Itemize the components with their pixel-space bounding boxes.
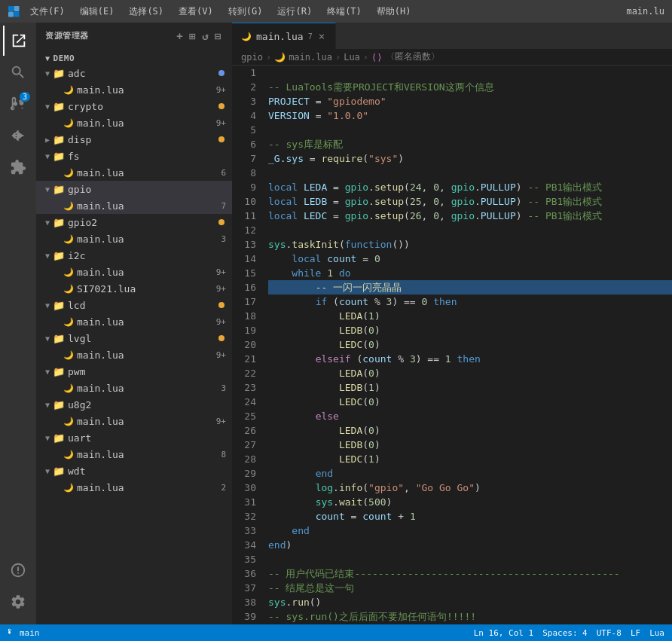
- file-wdt-main[interactable]: 🌙 main.lua 2: [36, 479, 232, 496]
- line-number: 11: [238, 209, 256, 223]
- code-line: VERSION = "1.0.0": [268, 108, 672, 123]
- file-uart-main[interactable]: 🌙 main.lua 8: [36, 446, 232, 462]
- svg-marker-4: [17, 131, 23, 141]
- breadcrumb-anon-func[interactable]: 〈匿名函数〉: [386, 50, 440, 63]
- code-line: else: [268, 409, 672, 423]
- line-number: 16: [238, 280, 256, 295]
- line-number: 26: [238, 423, 256, 438]
- line-number: 31: [238, 495, 256, 509]
- code-line: PROJECT = "gpiodemo": [268, 94, 672, 108]
- tab-close-button[interactable]: ×: [317, 29, 326, 43]
- folder-adc[interactable]: ▼ 📁 adc: [36, 65, 232, 81]
- folder-crypto-dot: [218, 103, 225, 109]
- root-folder-label[interactable]: ▼ DEMO: [36, 52, 232, 65]
- file-u8g2-main[interactable]: 🌙 main.lua 9+: [36, 413, 232, 429]
- explorer-icon[interactable]: [3, 26, 33, 56]
- folder-disp[interactable]: ▶ 📁 disp: [36, 131, 232, 148]
- code-line: -- sys.run()之后后面不要加任何语句!!!!!: [268, 609, 672, 624]
- folder-lvgl-label: lvgl: [68, 333, 91, 344]
- settings-activity-icon[interactable]: [3, 587, 33, 617]
- remote-activity-icon[interactable]: [3, 555, 33, 585]
- status-encoding[interactable]: UTF-8: [597, 628, 622, 638]
- breadcrumb-gpio[interactable]: gpio: [241, 52, 263, 63]
- menu-terminal[interactable]: 终端(T): [321, 4, 368, 20]
- new-file-icon[interactable]: +: [175, 29, 185, 44]
- status-eol[interactable]: LF: [631, 628, 640, 638]
- collapse-all-icon[interactable]: ⊟: [213, 29, 223, 44]
- file-gpio2-main-badge: 3: [221, 234, 226, 244]
- tab-main-lua[interactable]: 🌙 main.lua 7 ×: [232, 23, 336, 49]
- menu-select[interactable]: 选择(S): [123, 4, 170, 20]
- file-pwm-main-badge: 3: [221, 383, 226, 393]
- folder-adc-label: adc: [68, 68, 85, 79]
- status-right: Ln 16, Col 1 Spaces: 4 UTF-8 LF Lua: [474, 628, 664, 638]
- code-line: end: [268, 466, 672, 481]
- app-icon: [8, 5, 20, 17]
- status-position[interactable]: Ln 16, Col 1: [474, 628, 533, 638]
- folder-lcd-label: lcd: [68, 300, 85, 311]
- breadcrumb-file-icon: 🌙: [274, 52, 286, 63]
- folder-disp-dot: [218, 136, 225, 142]
- folder-gpio[interactable]: ▼ 📁 gpio: [36, 181, 232, 197]
- code-line: [268, 66, 672, 80]
- folder-lcd-dot: [218, 302, 225, 308]
- folder-lcd[interactable]: ▼ 📁 lcd: [36, 297, 232, 313]
- status-spaces[interactable]: Spaces: 4: [542, 628, 588, 638]
- status-language[interactable]: Lua: [649, 628, 664, 638]
- source-control-activity-icon[interactable]: 3: [3, 89, 33, 119]
- extensions-activity-icon[interactable]: [3, 152, 33, 182]
- folder-crypto[interactable]: ▼ 📁 crypto: [36, 98, 232, 114]
- file-adc-main[interactable]: 🌙 main.lua 9+: [36, 81, 232, 98]
- menu-view[interactable]: 查看(V): [173, 4, 219, 20]
- file-pwm-main-label: main.lua: [77, 383, 124, 394]
- breadcrumb-filename[interactable]: main.lua: [289, 52, 332, 63]
- folder-wdt[interactable]: ▼ 📁 wdt: [36, 462, 232, 479]
- code-editor[interactable]: 1234567891011121314151617181920212223242…: [232, 66, 672, 624]
- folder-gpio2[interactable]: ▼ 📁 gpio2: [36, 214, 232, 230]
- menu-file[interactable]: 文件(F): [24, 4, 71, 20]
- line-number: 14: [238, 252, 256, 266]
- file-lcd-main[interactable]: 🌙 main.lua 9+: [36, 313, 232, 330]
- line-number: 9: [238, 180, 256, 194]
- menu-run[interactable]: 运行(R): [271, 4, 318, 20]
- menu-edit[interactable]: 编辑(E): [74, 4, 121, 20]
- menu-goto[interactable]: 转到(G): [222, 4, 269, 20]
- folder-i2c[interactable]: ▼ 📁 i2c: [36, 247, 232, 264]
- folder-lvgl[interactable]: ▼ 📁 lvgl: [36, 330, 232, 346]
- refresh-icon[interactable]: ↺: [200, 29, 210, 44]
- menu-bar[interactable]: 文件(F) 编辑(E) 选择(S) 查看(V) 转到(G) 运行(R) 终端(T…: [24, 4, 417, 20]
- file-lcd-main-badge: 9+: [216, 317, 226, 327]
- debug-activity-icon[interactable]: [3, 121, 33, 151]
- line-number: 18: [238, 309, 256, 323]
- code-line: sys.taskInit(function()): [268, 237, 672, 252]
- sidebar-header-icons[interactable]: + ⊞ ↺ ⊟: [175, 29, 223, 44]
- search-activity-icon[interactable]: [3, 57, 33, 87]
- breadcrumb-sep1: ›: [266, 52, 271, 63]
- file-i2c-si7021[interactable]: 🌙 SI7021.lua 9+: [36, 280, 232, 297]
- code-line: LEDB(0): [268, 438, 672, 452]
- line-number: 2: [238, 80, 256, 94]
- menu-help[interactable]: 帮助(H): [371, 4, 417, 20]
- file-fs-main[interactable]: 🌙 main.lua 6: [36, 164, 232, 181]
- code-line: local LEDB = gpio.setup(25, 0, gpio.PULL…: [268, 194, 672, 209]
- code-content[interactable]: -- LuaTools需要PROJECT和VERSION这两个信息PROJECT…: [262, 66, 672, 624]
- folder-uart[interactable]: ▼ 📁 uart: [36, 429, 232, 446]
- new-folder-icon[interactable]: ⊞: [188, 29, 197, 44]
- breadcrumb-lang[interactable]: Lua: [344, 52, 360, 63]
- status-branch[interactable]: main: [8, 628, 40, 638]
- folder-u8g2[interactable]: ▼ 📁 u8g2: [36, 396, 232, 413]
- folder-pwm[interactable]: ▼ 📁 pwm: [36, 363, 232, 380]
- file-i2c-si7021-label: SI7021.lua: [77, 283, 136, 295]
- line-number: 25: [238, 409, 256, 423]
- file-gpio-main[interactable]: 🌙 main.lua 7: [36, 197, 232, 214]
- file-lvgl-main[interactable]: 🌙 main.lua 9+: [36, 346, 232, 363]
- line-number: 39: [238, 609, 256, 624]
- file-crypto-main[interactable]: 🌙 main.lua 9+: [36, 114, 232, 131]
- file-gpio2-main[interactable]: 🌙 main.lua 3: [36, 230, 232, 247]
- file-pwm-main[interactable]: 🌙 main.lua 3: [36, 380, 232, 396]
- file-wdt-main-label: main.lua: [77, 482, 124, 493]
- folder-fs[interactable]: ▼ 📁 fs: [36, 148, 232, 164]
- code-line: if (count % 3) == 0 then: [268, 295, 672, 309]
- file-lcd-main-label: main.lua: [77, 316, 124, 328]
- file-i2c-main[interactable]: 🌙 main.lua 9+: [36, 264, 232, 280]
